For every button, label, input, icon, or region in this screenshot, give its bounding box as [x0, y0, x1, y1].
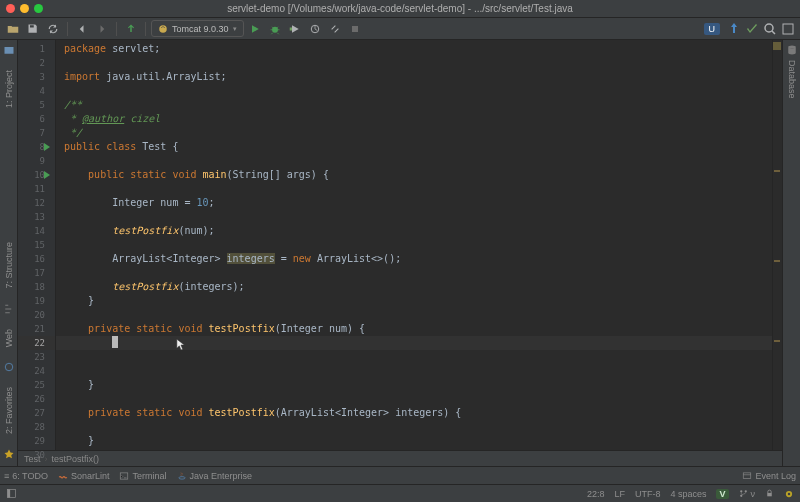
svg-point-6: [765, 24, 773, 32]
line-number: 10: [18, 168, 55, 182]
open-file-button[interactable]: [4, 20, 22, 38]
tomcat-icon: [158, 24, 168, 34]
line-number: 17: [18, 266, 55, 280]
git-branch-widget[interactable]: ν: [739, 489, 756, 499]
line-number: 11: [18, 182, 55, 196]
line-separator[interactable]: LF: [614, 489, 625, 499]
code-editor[interactable]: 1 2 3 4 5 6 7 8 9 10 11 12 13 14 15 16 1…: [18, 40, 782, 450]
line-number: 13: [18, 210, 55, 224]
line-number: 28: [18, 420, 55, 434]
line-number: 30: [18, 448, 55, 462]
svg-rect-13: [744, 472, 752, 478]
run-gutter-icon[interactable]: [44, 143, 50, 151]
search-everywhere-button[interactable]: [762, 21, 778, 37]
toolbar-separator: [67, 22, 68, 36]
svg-point-10: [788, 46, 796, 49]
line-number: 19: [18, 294, 55, 308]
back-button[interactable]: [73, 20, 91, 38]
line-number: 18: [18, 280, 55, 294]
line-number: 6: [18, 112, 55, 126]
profile-button[interactable]: [306, 20, 324, 38]
text-caret: [112, 336, 118, 348]
main-toolbar: Tomcat 9.0.30 ▾ U: [0, 18, 800, 40]
toolbar-separator: [116, 22, 117, 36]
vim-status-badge[interactable]: V: [716, 489, 728, 499]
database-icon: [786, 44, 798, 56]
project-tool-tab[interactable]: 1: Project: [4, 66, 14, 112]
caret-position[interactable]: 22:8: [587, 489, 605, 499]
warning-marker[interactable]: [774, 260, 780, 262]
java-ee-tool-tab[interactable]: Java Enterprise: [177, 471, 253, 481]
save-all-button[interactable]: [24, 20, 42, 38]
line-number: 22: [18, 336, 55, 350]
window-titlebar: servlet-demo [/Volumes/work/java-code/se…: [0, 0, 800, 18]
build-button[interactable]: [122, 20, 140, 38]
svg-rect-19: [767, 493, 772, 496]
analysis-status-icon[interactable]: [773, 42, 781, 50]
breadcrumb-item[interactable]: testPostfix(): [52, 454, 100, 464]
attach-button[interactable]: [326, 20, 344, 38]
event-log-icon: [742, 471, 752, 481]
minimize-window-button[interactable]: [20, 4, 29, 13]
svg-rect-15: [7, 489, 10, 497]
warning-marker[interactable]: [774, 170, 780, 172]
ide-settings-button[interactable]: [780, 21, 796, 37]
left-tool-strip: 1: Project 7: Structure Web 2: Favorites: [0, 40, 18, 466]
warning-marker[interactable]: [774, 340, 780, 342]
indent-settings[interactable]: 4 spaces: [670, 489, 706, 499]
line-number: 20: [18, 308, 55, 322]
favorites-tool-tab[interactable]: 2: Favorites: [4, 383, 14, 438]
debug-button[interactable]: [266, 20, 284, 38]
line-number: 14: [18, 224, 55, 238]
web-icon: [3, 361, 15, 373]
vcs-commit-button[interactable]: [744, 21, 760, 37]
todo-icon: ≡: [4, 471, 9, 481]
inspection-profile-widget[interactable]: [784, 489, 794, 499]
structure-icon: [3, 303, 15, 315]
line-number: 4: [18, 84, 55, 98]
close-window-button[interactable]: [6, 4, 15, 13]
file-encoding[interactable]: UTF-8: [635, 489, 661, 499]
update-button[interactable]: U: [704, 23, 721, 35]
stop-button[interactable]: [346, 20, 364, 38]
line-number: 7: [18, 126, 55, 140]
run-with-coverage-button[interactable]: [286, 20, 304, 38]
tool-window-toggle-icon[interactable]: [6, 488, 17, 499]
forward-button[interactable]: [93, 20, 111, 38]
marker-stripe[interactable]: [772, 40, 782, 450]
event-log-tool-tab[interactable]: Event Log: [742, 471, 796, 481]
read-only-toggle[interactable]: [765, 489, 774, 498]
project-icon: [3, 44, 15, 56]
toolbar-separator: [145, 22, 146, 36]
svg-point-12: [178, 476, 184, 479]
terminal-icon: [119, 471, 129, 481]
web-tool-tab[interactable]: Web: [4, 325, 14, 351]
svg-point-9: [5, 363, 13, 371]
svg-rect-3: [289, 27, 291, 30]
line-number: 24: [18, 364, 55, 378]
todo-tool-tab[interactable]: ≡ 6: TODO: [4, 471, 48, 481]
svg-point-18: [744, 490, 746, 492]
structure-tool-tab[interactable]: 7: Structure: [4, 238, 14, 293]
favorites-icon: [3, 448, 15, 460]
svg-rect-0: [30, 25, 34, 27]
line-number: 16: [18, 252, 55, 266]
line-number: 23: [18, 350, 55, 364]
vcs-update-button[interactable]: [726, 21, 742, 37]
sync-button[interactable]: [44, 20, 62, 38]
inspector-icon: [784, 489, 794, 499]
run-configuration-dropdown[interactable]: Tomcat 9.0.30 ▾: [151, 20, 244, 37]
bottom-tool-tabs: ≡ 6: TODO SonarLint Terminal Java Enterp…: [0, 466, 800, 484]
terminal-tool-tab[interactable]: Terminal: [119, 471, 166, 481]
run-gutter-icon[interactable]: [44, 171, 50, 179]
lock-icon: [765, 489, 774, 498]
right-tool-strip: Database: [782, 40, 800, 466]
svg-rect-7: [783, 24, 793, 34]
run-button[interactable]: [246, 20, 264, 38]
database-tool-tab[interactable]: Database: [787, 56, 797, 103]
line-number: 8: [18, 140, 55, 154]
editor-gutter[interactable]: 1 2 3 4 5 6 7 8 9 10 11 12 13 14 15 16 1…: [18, 40, 56, 450]
sonarlint-tool-tab[interactable]: SonarLint: [58, 471, 110, 481]
code-area[interactable]: package servlet; import java.util.ArrayL…: [56, 40, 772, 450]
maximize-window-button[interactable]: [34, 4, 43, 13]
